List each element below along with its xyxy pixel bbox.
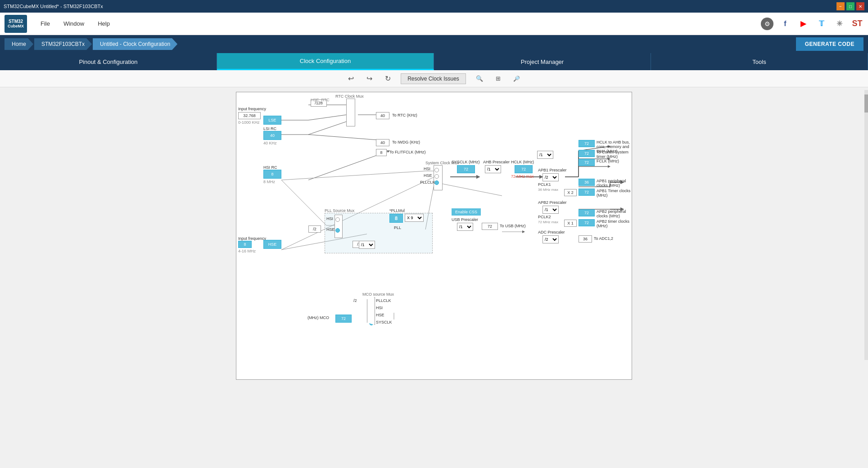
mco-hsi-label: HSI bbox=[376, 306, 383, 310]
mco-hse-label: HSE bbox=[376, 313, 384, 317]
menu-window[interactable]: Window bbox=[63, 20, 84, 27]
pll-radio-hsi[interactable] bbox=[335, 217, 340, 222]
facebook-icon[interactable]: f bbox=[779, 18, 791, 30]
pll-div2-field: /2 bbox=[308, 225, 321, 233]
hclk-label: HCLK (MHz) bbox=[511, 160, 534, 164]
adc-prescaler-label: ADC Prescaler bbox=[538, 230, 565, 234]
hclk-max-label: 72 MHz max bbox=[511, 174, 534, 179]
usb-val-field[interactable]: 72 bbox=[482, 223, 498, 230]
st-logo[interactable]: ST bbox=[851, 18, 863, 30]
fit-button[interactable]: ⊞ bbox=[493, 73, 503, 84]
x1-label: X 1 bbox=[564, 220, 577, 227]
pll-source-mux-label: PLL Source Mux bbox=[325, 208, 354, 213]
mco-source-mux-label: MCO source Mux bbox=[362, 292, 394, 297]
ahb-prescaler-select[interactable]: /1 bbox=[485, 165, 501, 173]
enable-css-button[interactable]: Enable CSS bbox=[452, 208, 481, 216]
input-freq-hse-label: Input frequency bbox=[238, 236, 266, 241]
hse-rtc-label: HSE_RTC bbox=[311, 98, 330, 102]
menu-help[interactable]: Help bbox=[98, 20, 110, 27]
lsi-unit-label: 40 KHz bbox=[263, 141, 277, 145]
hse-div-select[interactable]: /1 bbox=[359, 241, 375, 249]
window-title: STM32CubeMX Untitled* - STM32F103CBTx bbox=[4, 4, 836, 9]
pllmul-select[interactable]: X 9 bbox=[405, 214, 424, 222]
sysclk-label: SYSCLK (MHz) bbox=[452, 160, 480, 164]
pllmul-value[interactable]: 8 bbox=[389, 214, 403, 223]
apb1-periph-field[interactable]: 36 bbox=[579, 179, 595, 186]
svg-line-4 bbox=[308, 115, 347, 120]
pll-hse-label: HSE bbox=[326, 227, 335, 232]
mco-div2-label: /2 bbox=[353, 298, 357, 303]
breadcrumb-device[interactable]: STM32F103CBTx bbox=[34, 38, 92, 50]
menu-file[interactable]: File bbox=[41, 20, 50, 27]
lse-input-field[interactable]: 32.768 bbox=[238, 112, 261, 119]
tab-tools[interactable]: Tools bbox=[651, 53, 868, 70]
lse-box: LSE bbox=[263, 116, 281, 125]
fclk-field[interactable]: 72 bbox=[579, 159, 595, 166]
adc-prescaler-select[interactable]: /2 bbox=[542, 235, 559, 243]
sys-radio-hse[interactable] bbox=[434, 174, 439, 179]
adc-field[interactable]: 36 bbox=[579, 235, 592, 243]
apb1-timer-field[interactable]: 72 bbox=[579, 189, 595, 196]
cortex-timer-field[interactable]: 72 bbox=[579, 150, 595, 157]
starburst-icon[interactable]: ✳ bbox=[833, 18, 845, 30]
lsi-rc-label: LSI RC bbox=[263, 126, 276, 131]
apb2-prescaler-select[interactable]: /1 bbox=[542, 206, 559, 214]
breadcrumb-bar: Home STM32F103CBTx Untitled - Clock Conf… bbox=[0, 35, 868, 53]
pllmul-label: *PLLMul bbox=[389, 208, 405, 213]
resolve-clock-button[interactable]: Resolve Clock Issues bbox=[401, 73, 466, 84]
zoom-out-button[interactable]: 🔎 bbox=[511, 74, 523, 84]
mco-mux-shape bbox=[367, 297, 375, 325]
zoom-in-button[interactable]: 🔍 bbox=[473, 73, 486, 84]
close-button[interactable]: ✕ bbox=[856, 2, 864, 10]
redo-button[interactable]: ↪ bbox=[364, 72, 375, 85]
scrollbar-thumb[interactable] bbox=[864, 94, 868, 112]
apb2-periph-field[interactable]: 72 bbox=[579, 209, 595, 216]
cortex-div-select[interactable]: /1 bbox=[537, 151, 553, 159]
lse-unit-label: 0-1000 KHz bbox=[238, 120, 260, 125]
hse-box: HSE bbox=[263, 240, 281, 249]
tab-project[interactable]: Project Manager bbox=[434, 53, 651, 70]
usb-prescaler-select[interactable]: /1 bbox=[457, 223, 473, 231]
youtube-icon[interactable]: ▶ bbox=[797, 18, 809, 30]
twitter-icon[interactable]: 𝕋 bbox=[815, 18, 827, 30]
settings-icon[interactable]: ⚙ bbox=[761, 18, 773, 30]
sys-radio-hsi[interactable] bbox=[434, 168, 439, 172]
hclk-field[interactable]: 72 bbox=[515, 165, 533, 173]
sysclk-field[interactable]: 72 bbox=[457, 165, 475, 173]
mco-out-label: (MHz) MCO bbox=[307, 315, 329, 320]
logo-area: STM32 CubeMX bbox=[5, 15, 27, 33]
iwdg-out-field[interactable]: 40 bbox=[376, 139, 389, 146]
to-adc-label: To ADC1,2 bbox=[594, 236, 613, 241]
pll-radio-hse[interactable] bbox=[335, 228, 340, 233]
minimize-button[interactable]: − bbox=[836, 2, 845, 10]
rtc-out-field[interactable]: 40 bbox=[376, 112, 389, 119]
tab-clock[interactable]: Clock Configuration bbox=[217, 53, 434, 70]
flit-out-field[interactable]: 8 bbox=[376, 149, 387, 156]
input-freq-lse-label: Input frequency bbox=[238, 107, 266, 111]
tab-pinout[interactable]: Pinout & Configuration bbox=[0, 53, 217, 70]
title-bar: STM32CubeMX Untitled* - STM32F103CBTx − … bbox=[0, 0, 868, 13]
maximize-button[interactable]: □ bbox=[846, 2, 854, 10]
undo-button[interactable]: ↩ bbox=[345, 72, 357, 85]
rtc-mux-shape bbox=[346, 99, 355, 126]
hclk-ahb-field[interactable]: 72 bbox=[579, 140, 595, 147]
apb1-prescaler-label: APB1 Prescaler bbox=[538, 168, 567, 172]
cortex-timer-label: To Cortex System timer (MHz) bbox=[597, 150, 632, 159]
breadcrumb-current[interactable]: Untitled - Clock Configuration bbox=[93, 38, 177, 50]
apb2-timer-field[interactable]: 72 bbox=[579, 219, 595, 226]
generate-code-button[interactable]: GENERATE CODE bbox=[796, 37, 863, 51]
apb1-periph-label: APB1 peripheral clocks (MHz) bbox=[597, 179, 632, 188]
breadcrumb-home[interactable]: Home bbox=[5, 38, 33, 50]
mco-out-field[interactable]: 72 bbox=[335, 315, 352, 323]
refresh-button[interactable]: ↻ bbox=[382, 72, 393, 85]
mco-pllclk-label: PLLCLK bbox=[376, 298, 391, 303]
apb1-timer-label: APB1 Timer clocks (MHz) bbox=[597, 189, 632, 198]
hse-input-field[interactable]: 8 bbox=[238, 241, 252, 248]
hsi-unit-label: 8 MHz bbox=[263, 180, 275, 184]
pllclk-mux-label: PLLCLK bbox=[420, 180, 435, 184]
svg-line-9 bbox=[281, 171, 425, 180]
apb1-prescaler-select[interactable]: /2 bbox=[542, 173, 559, 181]
menu-right: ⚙ f ▶ 𝕋 ✳ ST bbox=[761, 18, 863, 30]
scrollbar[interactable] bbox=[864, 90, 868, 360]
pclk1-label: PCLK1 bbox=[538, 182, 551, 187]
